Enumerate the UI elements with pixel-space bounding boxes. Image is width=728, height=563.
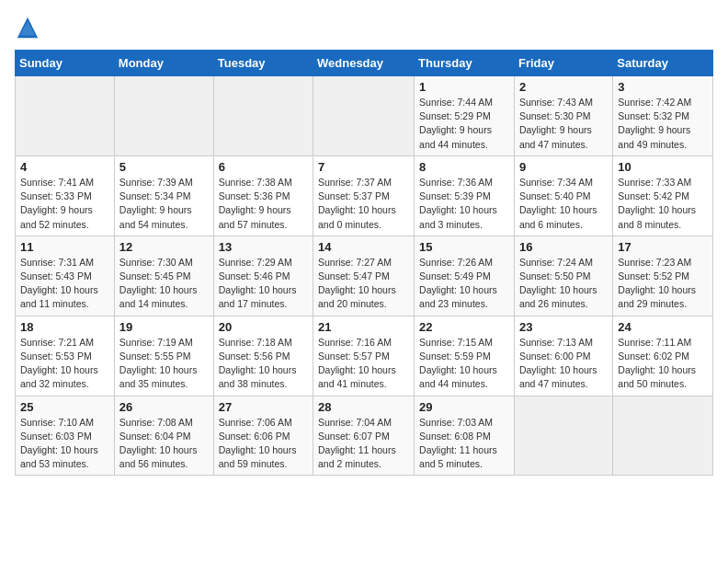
day-info: Sunrise: 7:31 AM Sunset: 5:43 PM Dayligh…	[20, 256, 109, 312]
day-info: Sunrise: 7:16 AM Sunset: 5:57 PM Dayligh…	[318, 336, 409, 392]
day-info: Sunrise: 7:15 AM Sunset: 5:59 PM Dayligh…	[419, 336, 509, 392]
day-info: Sunrise: 7:06 AM Sunset: 6:06 PM Dayligh…	[219, 416, 308, 472]
day-info: Sunrise: 7:24 AM Sunset: 5:50 PM Dayligh…	[519, 256, 608, 312]
day-cell: 23Sunrise: 7:13 AM Sunset: 6:00 PM Dayli…	[514, 316, 612, 396]
day-number: 26	[119, 400, 209, 414]
day-info: Sunrise: 7:26 AM Sunset: 5:49 PM Dayligh…	[419, 256, 509, 312]
day-number: 20	[219, 320, 308, 334]
day-number: 10	[618, 160, 708, 174]
day-number: 13	[219, 240, 308, 254]
day-cell: 2Sunrise: 7:43 AM Sunset: 5:30 PM Daylig…	[514, 76, 612, 156]
day-cell	[213, 76, 313, 156]
day-cell	[16, 76, 115, 156]
day-info: Sunrise: 7:39 AM Sunset: 5:34 PM Dayligh…	[119, 176, 209, 232]
day-number: 15	[419, 240, 509, 254]
day-number: 5	[119, 160, 209, 174]
day-number: 21	[318, 320, 409, 334]
weekday-header-saturday: Saturday	[613, 51, 713, 76]
day-info: Sunrise: 7:34 AM Sunset: 5:40 PM Dayligh…	[519, 176, 608, 232]
day-info: Sunrise: 7:42 AM Sunset: 5:32 PM Dayligh…	[618, 96, 708, 152]
day-number: 2	[519, 80, 608, 94]
calendar-body: 1Sunrise: 7:44 AM Sunset: 5:29 PM Daylig…	[16, 76, 713, 476]
day-info: Sunrise: 7:04 AM Sunset: 6:07 PM Dayligh…	[318, 416, 409, 472]
day-cell: 13Sunrise: 7:29 AM Sunset: 5:46 PM Dayli…	[213, 236, 313, 316]
weekday-header-monday: Monday	[114, 51, 213, 76]
day-cell: 9Sunrise: 7:34 AM Sunset: 5:40 PM Daylig…	[514, 155, 612, 236]
day-cell: 12Sunrise: 7:30 AM Sunset: 5:45 PM Dayli…	[114, 236, 213, 316]
day-info: Sunrise: 7:03 AM Sunset: 6:08 PM Dayligh…	[419, 416, 509, 472]
day-cell	[613, 396, 713, 476]
logo-icon	[15, 15, 40, 40]
day-info: Sunrise: 7:10 AM Sunset: 6:03 PM Dayligh…	[20, 416, 109, 472]
day-cell: 22Sunrise: 7:15 AM Sunset: 5:59 PM Dayli…	[415, 316, 515, 396]
day-number: 27	[219, 400, 308, 414]
day-info: Sunrise: 7:21 AM Sunset: 5:53 PM Dayligh…	[20, 336, 109, 392]
day-number: 28	[318, 400, 409, 414]
day-info: Sunrise: 7:27 AM Sunset: 5:47 PM Dayligh…	[318, 256, 409, 312]
day-number: 11	[20, 240, 109, 254]
calendar-table: SundayMondayTuesdayWednesdayThursdayFrid…	[15, 50, 713, 476]
day-number: 8	[419, 160, 509, 174]
day-cell: 15Sunrise: 7:26 AM Sunset: 5:49 PM Dayli…	[415, 236, 515, 316]
week-row-4: 18Sunrise: 7:21 AM Sunset: 5:53 PM Dayli…	[16, 316, 713, 396]
day-info: Sunrise: 7:13 AM Sunset: 6:00 PM Dayligh…	[519, 336, 608, 392]
day-cell: 28Sunrise: 7:04 AM Sunset: 6:07 PM Dayli…	[313, 396, 415, 476]
week-row-2: 4Sunrise: 7:41 AM Sunset: 5:33 PM Daylig…	[16, 155, 713, 236]
day-cell: 4Sunrise: 7:41 AM Sunset: 5:33 PM Daylig…	[16, 155, 115, 236]
day-info: Sunrise: 7:19 AM Sunset: 5:55 PM Dayligh…	[119, 336, 209, 392]
day-info: Sunrise: 7:30 AM Sunset: 5:45 PM Dayligh…	[119, 256, 209, 312]
day-cell: 3Sunrise: 7:42 AM Sunset: 5:32 PM Daylig…	[613, 76, 713, 156]
day-number: 6	[219, 160, 308, 174]
day-cell	[313, 76, 415, 156]
day-cell: 19Sunrise: 7:19 AM Sunset: 5:55 PM Dayli…	[114, 316, 213, 396]
weekday-header-thursday: Thursday	[415, 51, 515, 76]
day-cell	[514, 396, 612, 476]
day-info: Sunrise: 7:08 AM Sunset: 6:04 PM Dayligh…	[119, 416, 209, 472]
day-cell: 16Sunrise: 7:24 AM Sunset: 5:50 PM Dayli…	[514, 236, 612, 316]
day-info: Sunrise: 7:36 AM Sunset: 5:39 PM Dayligh…	[419, 176, 509, 232]
day-number: 22	[419, 320, 509, 334]
day-info: Sunrise: 7:37 AM Sunset: 5:37 PM Dayligh…	[318, 176, 409, 232]
day-cell: 5Sunrise: 7:39 AM Sunset: 5:34 PM Daylig…	[114, 155, 213, 236]
day-number: 4	[20, 160, 109, 174]
day-info: Sunrise: 7:29 AM Sunset: 5:46 PM Dayligh…	[219, 256, 308, 312]
day-number: 23	[519, 320, 608, 334]
day-info: Sunrise: 7:18 AM Sunset: 5:56 PM Dayligh…	[219, 336, 308, 392]
day-info: Sunrise: 7:44 AM Sunset: 5:29 PM Dayligh…	[419, 96, 509, 152]
day-number: 16	[519, 240, 608, 254]
day-cell: 10Sunrise: 7:33 AM Sunset: 5:42 PM Dayli…	[613, 155, 713, 236]
week-row-3: 11Sunrise: 7:31 AM Sunset: 5:43 PM Dayli…	[16, 236, 713, 316]
day-info: Sunrise: 7:33 AM Sunset: 5:42 PM Dayligh…	[618, 176, 708, 232]
week-row-1: 1Sunrise: 7:44 AM Sunset: 5:29 PM Daylig…	[16, 76, 713, 156]
day-number: 18	[20, 320, 109, 334]
day-cell: 26Sunrise: 7:08 AM Sunset: 6:04 PM Dayli…	[114, 396, 213, 476]
day-number: 19	[119, 320, 209, 334]
day-cell: 7Sunrise: 7:37 AM Sunset: 5:37 PM Daylig…	[313, 155, 415, 236]
day-cell: 20Sunrise: 7:18 AM Sunset: 5:56 PM Dayli…	[213, 316, 313, 396]
day-number: 3	[618, 80, 708, 94]
day-number: 1	[419, 80, 509, 94]
day-number: 9	[519, 160, 608, 174]
day-number: 14	[318, 240, 409, 254]
day-cell: 18Sunrise: 7:21 AM Sunset: 5:53 PM Dayli…	[16, 316, 115, 396]
day-cell: 29Sunrise: 7:03 AM Sunset: 6:08 PM Dayli…	[415, 396, 515, 476]
header	[15, 15, 713, 40]
logo	[15, 15, 44, 40]
day-number: 12	[119, 240, 209, 254]
day-cell: 8Sunrise: 7:36 AM Sunset: 5:39 PM Daylig…	[415, 155, 515, 236]
day-info: Sunrise: 7:41 AM Sunset: 5:33 PM Dayligh…	[20, 176, 109, 232]
day-cell	[114, 76, 213, 156]
week-row-5: 25Sunrise: 7:10 AM Sunset: 6:03 PM Dayli…	[16, 396, 713, 476]
weekday-header-tuesday: Tuesday	[213, 51, 313, 76]
day-cell: 1Sunrise: 7:44 AM Sunset: 5:29 PM Daylig…	[415, 76, 515, 156]
weekday-header-friday: Friday	[514, 51, 612, 76]
weekday-header-wednesday: Wednesday	[313, 51, 415, 76]
day-number: 17	[618, 240, 708, 254]
day-number: 29	[419, 400, 509, 414]
day-number: 7	[318, 160, 409, 174]
day-info: Sunrise: 7:23 AM Sunset: 5:52 PM Dayligh…	[618, 256, 708, 312]
day-cell: 6Sunrise: 7:38 AM Sunset: 5:36 PM Daylig…	[213, 155, 313, 236]
day-info: Sunrise: 7:11 AM Sunset: 6:02 PM Dayligh…	[618, 336, 708, 392]
day-number: 25	[20, 400, 109, 414]
weekday-header-sunday: Sunday	[16, 51, 115, 76]
